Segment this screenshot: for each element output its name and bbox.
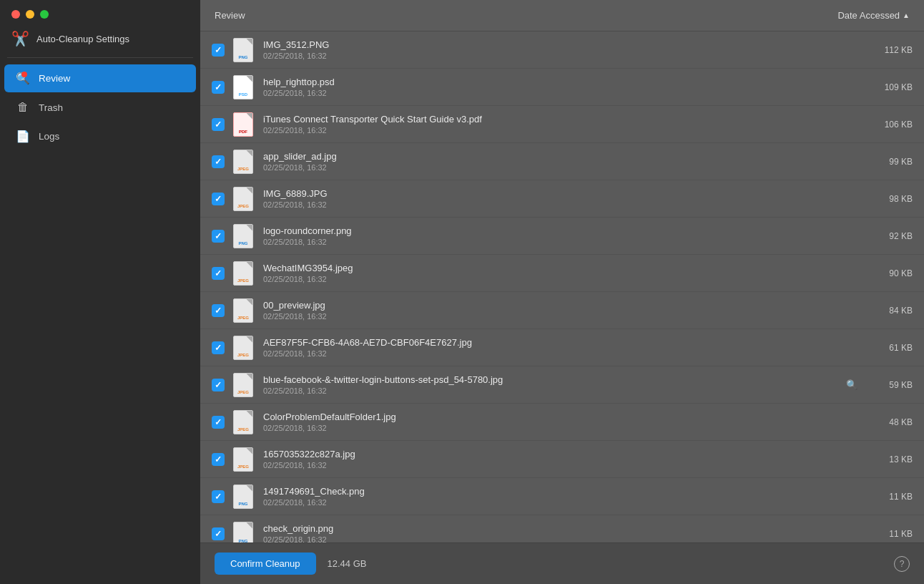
file-row[interactable]: PNGcheck_origin.png02/25/2018, 16:3211 K… bbox=[200, 515, 924, 542]
file-type-icon: PNG bbox=[232, 520, 255, 543]
file-date: 02/25/2018, 16:32 bbox=[263, 386, 846, 395]
file-checkbox[interactable] bbox=[212, 379, 225, 391]
file-checkbox[interactable] bbox=[212, 416, 225, 429]
file-row[interactable]: PDFiTunes Connect Transporter Quick Star… bbox=[200, 106, 924, 143]
file-type-icon: JPEG bbox=[232, 260, 255, 287]
sidebar-label-review: Review bbox=[39, 73, 70, 84]
file-list[interactable]: PNGIMG_3512.PNG02/25/2018, 16:32112 KBPS… bbox=[200, 31, 924, 542]
file-row[interactable]: JPEG1657035322c827a.jpg02/25/2018, 16:32… bbox=[200, 441, 924, 478]
file-checkbox[interactable] bbox=[212, 44, 225, 57]
file-date: 02/25/2018, 16:32 bbox=[263, 461, 866, 469]
file-row[interactable]: PSDhelp_righttop.psd02/25/2018, 16:32109… bbox=[200, 69, 924, 106]
file-name: IMG_3512.PNG bbox=[263, 39, 866, 50]
file-size: 11 KB bbox=[873, 529, 913, 539]
file-info: help_righttop.psd02/25/2018, 16:32 bbox=[263, 77, 866, 97]
file-date: 02/25/2018, 16:32 bbox=[263, 349, 866, 358]
sidebar: ✂️ Auto-Cleanup Settings 🔍 Review 🗑 Tras… bbox=[0, 0, 200, 584]
col-date-header[interactable]: Date Accessed ▲ bbox=[837, 10, 910, 21]
sidebar-label-logs: Logs bbox=[39, 131, 59, 142]
file-type-icon: JPEG bbox=[232, 185, 255, 213]
file-date: 02/25/2018, 16:32 bbox=[263, 126, 866, 135]
file-row[interactable]: JPEGAEF87F5F-CFB6-4A68-AE7D-CBF06F4E7627… bbox=[200, 329, 924, 366]
file-type-icon: JPEG bbox=[232, 334, 255, 361]
close-button[interactable] bbox=[11, 10, 20, 19]
file-date: 02/25/2018, 16:32 bbox=[263, 275, 866, 283]
file-type-icon: JPEG bbox=[232, 148, 255, 175]
file-row[interactable]: JPEGblue-facebook-&-twitter-login-button… bbox=[200, 366, 924, 404]
file-info: check_origin.png02/25/2018, 16:32 bbox=[263, 523, 866, 542]
file-checkbox[interactable] bbox=[212, 155, 225, 168]
file-date: 02/25/2018, 16:32 bbox=[263, 238, 866, 246]
file-info: app_slider_ad.jpg02/25/2018, 16:32 bbox=[263, 151, 866, 172]
file-name: check_origin.png bbox=[263, 523, 866, 534]
file-row[interactable]: JPEGIMG_6889.JPG02/25/2018, 16:3298 KB bbox=[200, 180, 924, 218]
col-review-header: Review bbox=[215, 10, 245, 21]
main-content: Review Date Accessed ▲ PNGIMG_3512.PNG02… bbox=[200, 0, 924, 584]
confirm-cleanup-button[interactable]: Confirm Cleanup bbox=[215, 553, 316, 575]
file-row[interactable]: JPEGColorProblemDefaultFolder1.jpg02/25/… bbox=[200, 404, 924, 441]
file-row[interactable]: JPEGapp_slider_ad.jpg02/25/2018, 16:3299… bbox=[200, 143, 924, 180]
file-info: ColorProblemDefaultFolder1.jpg02/25/2018… bbox=[263, 412, 866, 432]
file-info: 1657035322c827a.jpg02/25/2018, 16:32 bbox=[263, 449, 866, 469]
file-checkbox[interactable] bbox=[212, 527, 225, 540]
file-type-icon: PNG bbox=[232, 483, 255, 510]
file-name: logo-roundcorner.png bbox=[263, 225, 866, 236]
file-info: blue-facebook-&-twitter-login-buttons-se… bbox=[263, 374, 846, 395]
file-size: 99 KB bbox=[873, 157, 913, 167]
file-checkbox[interactable] bbox=[212, 118, 225, 131]
file-type-icon: PNG bbox=[232, 36, 255, 64]
sidebar-item-logs[interactable]: 📄 Logs bbox=[4, 122, 196, 150]
file-checkbox[interactable] bbox=[212, 341, 225, 354]
file-size: 90 KB bbox=[873, 268, 913, 278]
file-date: 02/25/2018, 16:32 bbox=[263, 163, 866, 172]
sidebar-label-trash: Trash bbox=[39, 102, 63, 113]
file-type-icon: PDF bbox=[232, 111, 255, 138]
maximize-button[interactable] bbox=[40, 10, 49, 19]
help-button[interactable]: ? bbox=[894, 556, 910, 572]
footer: Confirm Cleanup 12.44 GB ? bbox=[200, 542, 924, 584]
file-checkbox[interactable] bbox=[212, 304, 225, 317]
minimize-button[interactable] bbox=[26, 10, 34, 19]
file-name: ColorProblemDefaultFolder1.jpg bbox=[263, 412, 866, 422]
file-date: 02/25/2018, 16:32 bbox=[263, 89, 866, 97]
file-checkbox[interactable] bbox=[212, 81, 225, 94]
file-type-icon: JPEG bbox=[232, 371, 255, 399]
search-icon[interactable]: 🔍 bbox=[846, 379, 857, 390]
sidebar-item-trash[interactable]: 🗑 Trash bbox=[4, 94, 196, 121]
app-icon: ✂️ bbox=[11, 30, 29, 47]
file-size: 61 KB bbox=[873, 343, 913, 353]
file-type-icon: PSD bbox=[232, 74, 255, 101]
logs-icon: 📄 bbox=[16, 130, 30, 143]
app-title: Auto-Cleanup Settings bbox=[36, 34, 129, 44]
trash-icon: 🗑 bbox=[16, 101, 30, 114]
file-row[interactable]: JPEGWechatIMG3954.jpeg02/25/2018, 16:329… bbox=[200, 255, 924, 292]
sidebar-item-review[interactable]: 🔍 Review bbox=[4, 64, 196, 92]
file-name: app_slider_ad.jpg bbox=[263, 151, 866, 162]
file-name: AEF87F5F-CFB6-4A68-AE7D-CBF06F4E7627.jpg bbox=[263, 337, 866, 348]
file-date: 02/25/2018, 16:32 bbox=[263, 312, 866, 321]
file-info: WechatIMG3954.jpeg02/25/2018, 16:32 bbox=[263, 263, 866, 283]
file-info: IMG_6889.JPG02/25/2018, 16:32 bbox=[263, 188, 866, 209]
file-date: 02/25/2018, 16:32 bbox=[263, 498, 866, 507]
file-size: 13 KB bbox=[873, 454, 913, 464]
file-size: 106 KB bbox=[873, 120, 913, 130]
file-checkbox[interactable] bbox=[212, 193, 225, 205]
app-header: ✂️ Auto-Cleanup Settings bbox=[0, 26, 200, 57]
sort-arrow-icon: ▲ bbox=[903, 11, 910, 19]
file-checkbox[interactable] bbox=[212, 453, 225, 466]
file-row[interactable]: PNGlogo-roundcorner.png02/25/2018, 16:32… bbox=[200, 218, 924, 255]
file-date: 02/25/2018, 16:32 bbox=[263, 52, 866, 60]
file-checkbox[interactable] bbox=[212, 230, 225, 243]
file-checkbox[interactable] bbox=[212, 267, 225, 280]
file-date: 02/25/2018, 16:32 bbox=[263, 424, 866, 432]
file-date: 02/25/2018, 16:32 bbox=[263, 535, 866, 542]
file-row[interactable]: PNG1491749691_Check.png02/25/2018, 16:32… bbox=[200, 478, 924, 515]
file-name: IMG_6889.JPG bbox=[263, 188, 866, 199]
file-info: AEF87F5F-CFB6-4A68-AE7D-CBF06F4E7627.jpg… bbox=[263, 337, 866, 358]
file-row[interactable]: PNGIMG_3512.PNG02/25/2018, 16:32112 KB bbox=[200, 31, 924, 69]
file-row[interactable]: JPEG00_preview.jpg02/25/2018, 16:3284 KB bbox=[200, 292, 924, 329]
file-info: iTunes Connect Transporter Quick Start G… bbox=[263, 114, 866, 135]
file-date: 02/25/2018, 16:32 bbox=[263, 200, 866, 209]
file-checkbox[interactable] bbox=[212, 490, 225, 503]
file-info: 1491749691_Check.png02/25/2018, 16:32 bbox=[263, 486, 866, 507]
